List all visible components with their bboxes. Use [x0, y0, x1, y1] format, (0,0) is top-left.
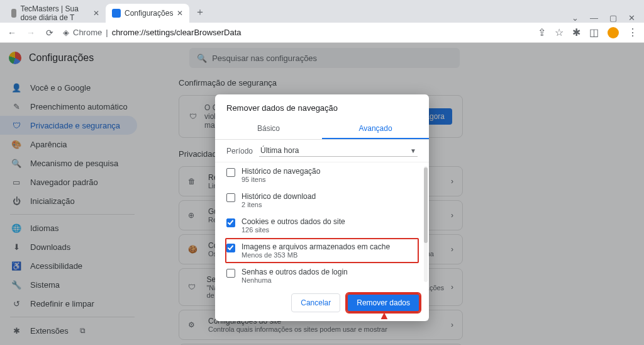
- checkbox[interactable]: [226, 168, 235, 177]
- cancel-button[interactable]: Cancelar: [291, 293, 340, 312]
- dialog-tabs: Básico Avançado: [215, 119, 429, 140]
- url-prefix: Chrome: [73, 28, 102, 37]
- tab-title: Configurações: [125, 9, 173, 18]
- tab-advanced[interactable]: Avançado: [322, 119, 429, 139]
- time-range-select[interactable]: Última hora ▼: [259, 145, 418, 157]
- option-cookies[interactable]: Cookies e outros dados do site126 sites: [215, 213, 429, 238]
- option-sub: 95 itens: [242, 176, 320, 183]
- time-range-value: Última hora: [260, 146, 299, 155]
- window-titlebar: TecMasters | Sua dose diária de T ✕ Conf…: [0, 0, 644, 23]
- maximize-icon[interactable]: ▢: [609, 13, 617, 23]
- back-icon[interactable]: ←: [6, 28, 18, 38]
- chevron-down-icon: ▼: [410, 147, 416, 154]
- browser-tabs: TecMasters | Sua dose diária de T ✕ Conf…: [0, 4, 208, 23]
- url-text: chrome://settings/clearBrowserData: [112, 28, 242, 37]
- browser-tab-active[interactable]: Configurações ✕: [106, 4, 189, 23]
- option-passwords[interactable]: Senhas e outros dados de loginNenhuma: [215, 263, 429, 286]
- option-label: Imagens e arquivos armazenados em cache: [242, 242, 390, 251]
- close-icon[interactable]: ✕: [93, 9, 99, 18]
- minimize-icon[interactable]: ―: [590, 13, 598, 23]
- star-icon[interactable]: ☆: [555, 26, 564, 38]
- checkbox[interactable]: [226, 244, 235, 252]
- option-label: Senhas e outros dados de login: [242, 268, 348, 276]
- forward-icon[interactable]: →: [25, 28, 36, 38]
- period-label: Período: [226, 147, 253, 156]
- option-sub: 126 sites: [242, 226, 345, 234]
- option-sub: Nenhuma: [242, 276, 348, 284]
- annotation-arrow-icon: ▲: [379, 309, 390, 321]
- new-tab-button[interactable]: ＋: [192, 4, 208, 20]
- dialog-title: Remover dados de navegação: [215, 94, 429, 119]
- url-field[interactable]: ◈ Chrome | chrome://settings/clearBrowse…: [63, 28, 530, 37]
- checkbox[interactable]: [226, 218, 235, 227]
- option-sub: 2 itens: [242, 201, 316, 208]
- time-range-row: Período Última hora ▼: [215, 140, 429, 162]
- extensions-icon[interactable]: ✱: [572, 26, 580, 38]
- tab-title: TecMasters | Sua dose diária de T: [20, 4, 89, 22]
- close-icon[interactable]: ✕: [177, 9, 183, 18]
- dialog-actions: Cancelar Remover dados: [215, 286, 429, 321]
- reload-icon[interactable]: ⟳: [44, 28, 55, 38]
- side-panel-icon[interactable]: ◫: [589, 26, 599, 38]
- options-list: Histórico de navegação95 itens Histórico…: [215, 162, 429, 286]
- avatar[interactable]: [608, 27, 619, 38]
- favicon-icon: [11, 9, 16, 18]
- kebab-menu-icon[interactable]: ⋮: [628, 26, 638, 38]
- window-controls: ⌄ ― ▢ ✕: [572, 13, 644, 23]
- clear-browsing-data-dialog: Remover dados de navegação Básico Avança…: [215, 94, 429, 321]
- scrollbar-thumb[interactable]: [424, 167, 428, 243]
- option-cached-images[interactable]: Imagens e arquivos armazenados em cacheM…: [225, 238, 419, 263]
- checkbox[interactable]: [226, 193, 235, 202]
- share-icon[interactable]: ⇪: [538, 26, 546, 38]
- tab-basic[interactable]: Básico: [215, 119, 322, 139]
- address-bar: ← → ⟳ ◈ Chrome | chrome://settings/clear…: [0, 23, 644, 43]
- close-window-icon[interactable]: ✕: [628, 13, 635, 23]
- option-browsing-history[interactable]: Histórico de navegação95 itens: [215, 162, 429, 188]
- favicon-icon: [112, 9, 121, 18]
- option-download-history[interactable]: Histórico de download2 itens: [215, 188, 429, 213]
- option-label: Histórico de download: [242, 192, 316, 201]
- checkbox[interactable]: [226, 269, 235, 278]
- option-label: Histórico de navegação: [242, 167, 320, 176]
- browser-tab[interactable]: TecMasters | Sua dose diária de T ✕: [5, 4, 106, 23]
- site-info-icon[interactable]: ◈: [63, 28, 69, 37]
- option-label: Cookies e outros dados do site: [242, 217, 345, 226]
- chevron-down-icon[interactable]: ⌄: [572, 13, 579, 23]
- option-sub: Menos de 353 MB: [242, 251, 390, 259]
